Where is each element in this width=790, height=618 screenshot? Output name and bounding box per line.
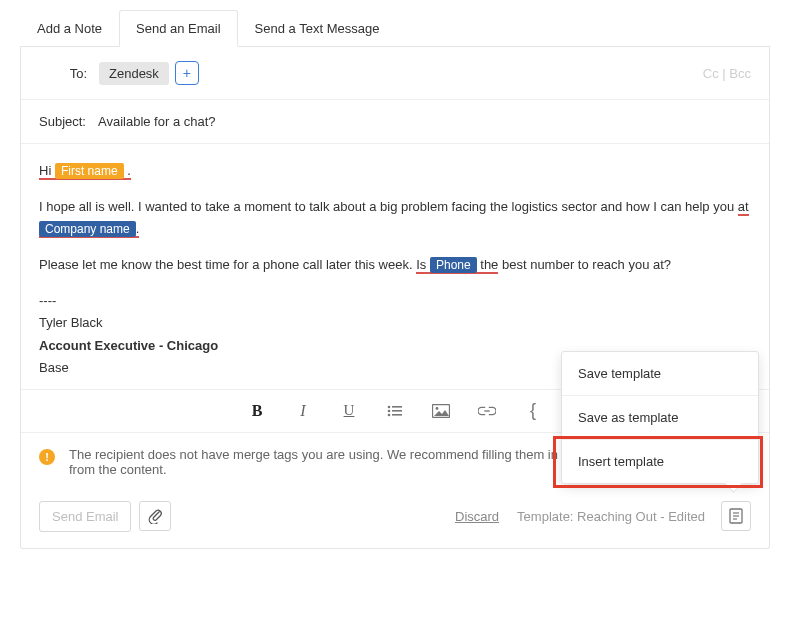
template-menu-button[interactable] xyxy=(721,501,751,531)
image-button[interactable] xyxy=(432,402,450,420)
discard-link[interactable]: Discard xyxy=(455,509,499,524)
paperclip-icon xyxy=(148,508,162,524)
svg-rect-3 xyxy=(392,410,402,412)
plus-icon: + xyxy=(183,65,191,81)
subject-label: Subject: xyxy=(39,114,86,129)
send-email-button[interactable]: Send Email xyxy=(39,501,131,532)
attach-file-button[interactable] xyxy=(139,501,171,531)
merge-token-company[interactable]: Company name xyxy=(39,221,136,237)
merge-tag-button[interactable]: { xyxy=(524,402,542,420)
recipient-chip[interactable]: Zendesk xyxy=(99,62,169,85)
tab-send-email[interactable]: Send an Email xyxy=(119,10,238,47)
template-status-label: Template: Reaching Out - Edited xyxy=(517,509,705,524)
svg-rect-5 xyxy=(392,414,402,416)
svg-point-4 xyxy=(388,413,391,416)
body-paragraph-1: I hope all is well. I wanted to take a m… xyxy=(39,196,751,240)
email-compose-card: To: Zendesk + Cc | Bcc Subject: Availabl… xyxy=(20,47,770,549)
body-paragraph-2: Please let me know the best time for a p… xyxy=(39,254,751,276)
merge-token-phone[interactable]: Phone xyxy=(430,257,477,273)
to-label: To: xyxy=(39,66,99,81)
svg-point-2 xyxy=(388,409,391,412)
subject-row: Subject: Available for a chat? xyxy=(21,100,769,144)
signature-name: Tyler Black xyxy=(39,312,751,334)
greeting-line: Hi First name . xyxy=(39,160,751,182)
cc-label[interactable]: Cc xyxy=(703,66,719,81)
link-button[interactable] xyxy=(478,402,496,420)
template-popover: Save template Save as template Insert te… xyxy=(561,351,759,484)
bullet-list-button[interactable] xyxy=(386,402,404,420)
svg-rect-1 xyxy=(392,406,402,408)
svg-point-7 xyxy=(436,407,439,410)
italic-button[interactable]: I xyxy=(294,402,312,420)
template-icon xyxy=(729,508,743,524)
underline-button[interactable]: U xyxy=(340,402,358,420)
warning-icon: ! xyxy=(39,449,55,465)
tab-send-text[interactable]: Send a Text Message xyxy=(238,10,397,47)
save-as-template-item[interactable]: Save as template xyxy=(562,395,758,439)
compose-tabs: Add a Note Send an Email Send a Text Mes… xyxy=(20,10,770,47)
tab-add-note[interactable]: Add a Note xyxy=(20,10,119,47)
insert-template-item[interactable]: Insert template xyxy=(562,439,758,483)
cc-bcc-toggle[interactable]: Cc | Bcc xyxy=(703,66,751,81)
subject-input[interactable]: Available for a chat? xyxy=(98,114,216,129)
merge-token-first-name[interactable]: First name xyxy=(55,163,124,179)
save-template-item[interactable]: Save template xyxy=(562,352,758,395)
add-recipient-button[interactable]: + xyxy=(175,61,199,85)
to-row: To: Zendesk + Cc | Bcc xyxy=(21,47,769,100)
bcc-label[interactable]: Bcc xyxy=(729,66,751,81)
svg-point-0 xyxy=(388,405,391,408)
compose-footer: Send Email Discard Template: Reaching Ou… xyxy=(21,491,769,548)
bold-button[interactable]: B xyxy=(248,402,266,420)
